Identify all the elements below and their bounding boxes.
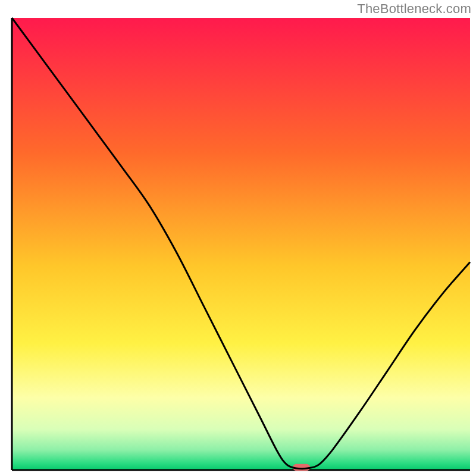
plot-background: [12, 18, 470, 470]
bottleneck-chart: [0, 0, 476, 476]
chart-container: TheBottleneck.com: [0, 0, 476, 476]
